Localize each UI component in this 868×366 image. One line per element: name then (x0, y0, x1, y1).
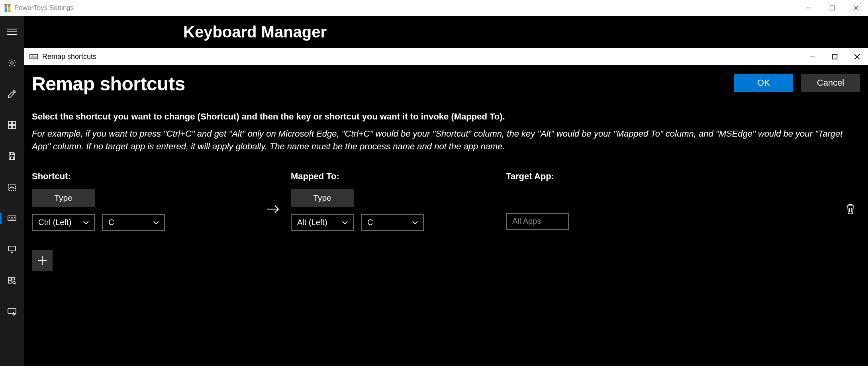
remap-shortcuts-dialog: Remap shortcuts Remap shortcuts (24, 48, 868, 279)
outer-window-titlebar: PowerToys Settings (0, 0, 868, 16)
mapped-key1-select[interactable]: Alt (Left) (291, 214, 354, 231)
sidebar-item-power-rename[interactable] (0, 241, 24, 257)
svg-line-23 (15, 283, 16, 284)
dialog-titlebar: Remap shortcuts (24, 48, 868, 65)
page-title: Keyboard Manager (24, 16, 868, 48)
svg-rect-5 (8, 121, 12, 125)
grid-icon (7, 120, 17, 130)
outer-window-title: PowerToys Settings (4, 4, 74, 12)
dialog-close-button[interactable] (846, 48, 868, 65)
hamburger-icon (7, 29, 17, 35)
column-header-target: Target App: (506, 171, 860, 182)
chevron-down-icon (83, 219, 89, 226)
target-app-input[interactable] (506, 213, 569, 230)
shortcut-key1-select[interactable]: Ctrl (Left) (32, 214, 95, 231)
shortcut-key2-select[interactable]: C (102, 214, 165, 231)
sidebar-item-image-resizer[interactable] (0, 179, 24, 195)
outer-close-button[interactable] (844, 0, 868, 16)
delete-row-button[interactable] (845, 203, 856, 217)
cancel-button[interactable]: Cancel (801, 74, 860, 92)
arrow-right-icon (266, 204, 280, 216)
svg-point-4 (11, 62, 13, 64)
mapped-key2-select[interactable]: C (361, 214, 424, 231)
windows-search-icon (7, 276, 17, 285)
dialog-titlebar-text: Remap shortcuts (42, 53, 96, 61)
shortcut-type-button[interactable]: Type (32, 189, 95, 207)
image-resize-icon (7, 182, 17, 192)
save-icon (7, 151, 17, 161)
svg-rect-20 (8, 281, 11, 283)
chevron-down-icon (342, 219, 348, 226)
svg-rect-19 (8, 278, 11, 280)
keyboard-cursor-icon (7, 307, 17, 316)
svg-rect-8 (12, 125, 16, 129)
eyedropper-icon (7, 89, 17, 99)
gear-icon (7, 58, 17, 68)
sidebar-item-file-explorer[interactable] (0, 148, 24, 164)
sidebar-item-shortcut-guide[interactable] (0, 303, 24, 319)
dialog-example-text: For example, if you want to press "Ctrl+… (32, 127, 860, 153)
svg-rect-21 (12, 278, 15, 280)
powertoys-logo-icon (4, 4, 11, 12)
outer-minimize-button[interactable] (796, 0, 820, 16)
ok-button[interactable]: OK (734, 74, 793, 92)
mapped-type-button[interactable]: Type (291, 189, 354, 207)
mapped-key2-value: C (367, 218, 373, 227)
outer-window-title-text: PowerToys Settings (14, 4, 74, 12)
dialog-description: Select the shortcut you want to change (… (32, 112, 860, 122)
sidebar-hamburger[interactable] (0, 24, 24, 40)
keyboard-small-icon (29, 54, 38, 59)
sidebar-item-color-picker[interactable] (0, 86, 24, 102)
outer-maximize-button[interactable] (820, 0, 844, 16)
add-row-button[interactable] (32, 250, 53, 271)
dialog-maximize-button[interactable] (823, 48, 846, 65)
chevron-down-icon (153, 219, 159, 226)
remap-row: Type Ctrl (Left) C (32, 189, 860, 231)
dialog-minimize-button[interactable] (801, 48, 823, 65)
dialog-heading: Remap shortcuts (32, 73, 185, 95)
svg-rect-1 (830, 6, 835, 10)
keyboard-icon (7, 213, 17, 223)
plus-icon (37, 255, 47, 266)
sidebar-item-fancyzones[interactable] (0, 117, 24, 133)
mapped-key1-value: Alt (Left) (297, 218, 327, 227)
svg-rect-7 (8, 125, 12, 129)
sidebar-item-keyboard-manager[interactable] (0, 210, 24, 226)
svg-rect-6 (12, 121, 16, 125)
svg-rect-26 (832, 54, 837, 59)
column-header-shortcut: Shortcut: (32, 171, 291, 182)
main-content: Keyboard Manager Remap shortcuts (24, 16, 868, 366)
svg-rect-16 (8, 246, 16, 251)
sidebar-item-general[interactable] (0, 55, 24, 71)
sidebar-item-run[interactable] (0, 272, 24, 288)
shortcut-key2-value: C (108, 218, 114, 227)
sidebar (0, 16, 24, 366)
column-header-mapped: Mapped To: (291, 171, 506, 182)
outer-window-controls (796, 0, 868, 16)
shortcut-key1-value: Ctrl (Left) (38, 218, 71, 227)
svg-rect-10 (8, 216, 16, 221)
monitor-icon (7, 245, 17, 254)
svg-rect-24 (8, 309, 16, 313)
chevron-down-icon (412, 219, 418, 226)
